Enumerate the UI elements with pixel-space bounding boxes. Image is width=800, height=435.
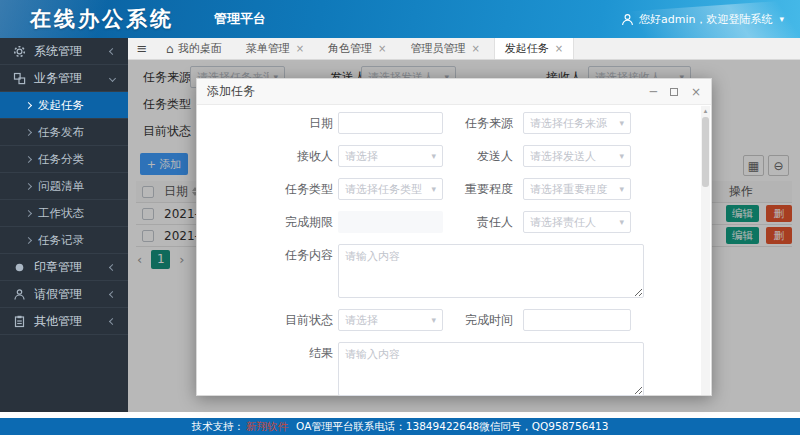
collapse-sidebar-icon[interactable]: ≡ [128, 38, 156, 59]
sidebar-subitem-label: 工作状态 [38, 206, 84, 221]
field-label-receiver: 接收人 [261, 148, 333, 165]
scroll-up-icon[interactable]: ▴ [701, 106, 710, 116]
responsible-select[interactable]: 请选择责任人 ▾ [523, 211, 631, 233]
sidebar-item-task-release[interactable]: 任务发布 [0, 119, 128, 146]
tab-bar: ≡ ⌂ 我的桌面 菜单管理 × 角色管理 × 管理员管理 × 发起任务 × [128, 38, 800, 60]
result-textarea[interactable] [338, 342, 644, 396]
close-icon[interactable]: × [378, 43, 386, 54]
minimize-icon[interactable]: ─ [650, 86, 657, 98]
chevron-down-icon: ▾ [619, 184, 624, 194]
seal-icon [12, 260, 26, 274]
tab-my-desktop[interactable]: ⌂ 我的桌面 [156, 38, 232, 59]
sidebar-item-task-record[interactable]: 任务记录 [0, 227, 128, 254]
platform-subtitle: 管理平台 [214, 10, 266, 28]
scrollbar-thumb[interactable] [702, 117, 709, 187]
modules-icon [12, 71, 26, 85]
footer-vendor-link[interactable]: 新翔软件 [246, 420, 288, 432]
close-icon[interactable]: × [296, 43, 304, 54]
close-icon[interactable]: × [691, 86, 701, 98]
chevron-right-icon [25, 155, 32, 162]
chevron-down-icon: ▾ [619, 217, 624, 227]
importance-select[interactable]: 请选择重要程度 ▾ [523, 178, 631, 200]
deadline-field[interactable] [338, 211, 443, 233]
task-type-select[interactable]: 请选择任务类型 ▾ [338, 178, 443, 200]
field-label-finish-time: 完成时间 [443, 312, 513, 329]
close-icon[interactable]: × [555, 43, 563, 54]
gear-icon [12, 44, 26, 58]
tab-label: 发起任务 [505, 41, 549, 56]
chevron-left-icon [109, 317, 116, 324]
sidebar-item-label: 系统管理 [34, 43, 82, 60]
tab-label: 管理员管理 [410, 41, 465, 56]
chevron-down-icon: ▾ [619, 118, 624, 128]
chevron-left-icon [109, 263, 116, 270]
user-icon [621, 13, 634, 26]
field-label-task-source: 任务来源 [443, 115, 513, 132]
tab-menu-mgmt[interactable]: 菜单管理 × [236, 38, 314, 59]
add-task-dialog: 添加任务 ─ × 日期 任务来源 请选择任务来源 ▾ 接收人 请选择 [196, 78, 712, 396]
clipboard-icon [12, 314, 26, 328]
field-label-task-content: 任务内容 [261, 244, 333, 266]
finish-time-input[interactable] [523, 309, 631, 331]
sidebar-item-seal-mgmt[interactable]: 印章管理 [0, 254, 128, 281]
chevron-right-icon [25, 236, 32, 243]
sidebar-item-other-mgmt[interactable]: 其他管理 [0, 308, 128, 335]
tab-initiate-task[interactable]: 发起任务 × [494, 38, 574, 59]
sidebar-item-label: 印章管理 [34, 259, 82, 276]
field-label-result: 结果 [261, 342, 333, 364]
sidebar-item-task-category[interactable]: 任务分类 [0, 146, 128, 173]
field-label-deadline: 完成期限 [261, 214, 333, 231]
current-status-select[interactable]: 请选择 ▾ [338, 309, 443, 331]
chevron-down-icon: ▾ [779, 14, 784, 24]
field-label-current-status: 目前状态 [261, 312, 333, 329]
user-menu[interactable]: 您好admin，欢迎登陆系统 ▾ [621, 0, 784, 38]
chevron-left-icon [109, 47, 116, 54]
chevron-down-icon: ▾ [619, 151, 624, 161]
sidebar-subitem-label: 发起任务 [38, 98, 84, 113]
tab-role-mgmt[interactable]: 角色管理 × [318, 38, 396, 59]
field-label-responsible: 责任人 [443, 214, 513, 231]
app-header: 在线办公系统 管理平台 您好admin，欢迎登陆系统 ▾ [0, 0, 800, 38]
chevron-right-icon [25, 209, 32, 216]
chevron-down-icon: ▾ [431, 315, 436, 325]
task-content-textarea[interactable] [338, 244, 644, 298]
tab-label: 我的桌面 [178, 41, 222, 56]
dialog-scrollbar[interactable]: ▴ [701, 106, 710, 395]
chevron-right-icon [25, 101, 32, 108]
sidebar-subitem-label: 问题清单 [38, 179, 84, 194]
close-icon[interactable]: × [471, 43, 479, 54]
sidebar-subitem-label: 任务分类 [38, 152, 84, 167]
tab-label: 角色管理 [328, 41, 372, 56]
field-label-importance: 重要程度 [443, 181, 513, 198]
sidebar-item-initiate-task[interactable]: 发起任务 [0, 92, 128, 119]
person-icon [12, 287, 26, 301]
chevron-left-icon [109, 290, 116, 297]
user-greeting: 您好admin，欢迎登陆系统 [639, 12, 772, 27]
sidebar-item-issue-list[interactable]: 问题清单 [0, 173, 128, 200]
maximize-icon[interactable] [670, 86, 678, 98]
chevron-right-icon [25, 182, 32, 189]
chevron-down-icon [109, 74, 116, 81]
sidebar-subitem-label: 任务发布 [38, 125, 84, 140]
tab-label: 菜单管理 [246, 41, 290, 56]
dialog-title: 添加任务 [207, 83, 255, 100]
task-source-select[interactable]: 请选择任务来源 ▾ [523, 112, 631, 134]
sidebar-item-label: 其他管理 [34, 313, 82, 330]
sidebar-item-leave-mgmt[interactable]: 请假管理 [0, 281, 128, 308]
dialog-body: 日期 任务来源 请选择任务来源 ▾ 接收人 请选择 ▾ 发送人 请选择发送人 ▾ [197, 105, 711, 396]
date-input[interactable] [338, 112, 443, 134]
chevron-right-icon [25, 128, 32, 135]
chevron-down-icon: ▾ [431, 151, 436, 161]
app-title: 在线办公系统 [30, 5, 174, 33]
dialog-header[interactable]: 添加任务 ─ × [197, 79, 711, 105]
footer-support-label: 技术支持： [192, 420, 245, 432]
sidebar-item-business-mgmt[interactable]: 业务管理 [0, 65, 128, 92]
sidebar-item-system-mgmt[interactable]: 系统管理 [0, 38, 128, 65]
receiver-select[interactable]: 请选择 ▾ [338, 145, 443, 167]
chevron-down-icon: ▾ [431, 184, 436, 194]
sidebar-item-work-status[interactable]: 工作状态 [0, 200, 128, 227]
sender-select[interactable]: 请选择发送人 ▾ [523, 145, 631, 167]
tab-admin-mgmt[interactable]: 管理员管理 × [400, 38, 489, 59]
content-area: 任务来源 请选择任务来源 ▾ 发送人 请选择发送人 ▾ 接收人 请选择接收人 ▾… [128, 60, 800, 412]
footer-contact-info: OA管理平台联系电话：13849422648微信同号，QQ958756413 [296, 420, 608, 432]
